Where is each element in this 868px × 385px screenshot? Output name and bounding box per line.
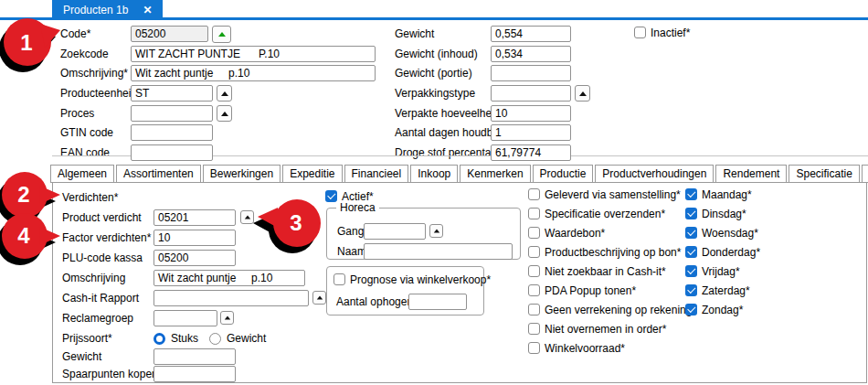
radio-gewicht[interactable] [209, 333, 221, 345]
option-label: PDA Popup tonen* [545, 284, 636, 297]
gewicht-label: Gewicht [395, 26, 434, 42]
code-lookup-button[interactable] [212, 26, 231, 43]
page-tab[interactable]: Financieel [344, 165, 409, 183]
gewicht-portie-field[interactable] [491, 65, 571, 81]
prijssoort-label: Prijssoort* [62, 330, 112, 347]
reclamegroep-field[interactable] [153, 310, 217, 326]
weekday-label: Vrijdag* [702, 265, 740, 278]
page-tab-label: Rendement [723, 167, 779, 180]
spaarpunten-field[interactable] [153, 366, 236, 382]
gewicht-field[interactable]: 0,554 [491, 26, 571, 42]
checkbox-unchecked-icon [528, 265, 540, 277]
weekday-checkbox[interactable]: Donderdag* [685, 246, 760, 258]
gang-lookup-button[interactable] [429, 224, 443, 238]
page-tab[interactable]: Rendement [715, 165, 787, 183]
option-label: Geen verrekening op rekening* [545, 304, 696, 316]
option-checkbox[interactable]: Waardebon* [528, 227, 696, 239]
gewicht-portie-label: Gewicht (portie) [395, 65, 472, 81]
prognose-checkbox[interactable]: Prognose via winkelverkoop* [333, 273, 491, 285]
product-verdicht-field[interactable]: 05201 [153, 209, 236, 226]
option-label: Niet overnemen in order* [545, 323, 666, 336]
reclamegroep-label: Reclamegroep [62, 310, 133, 326]
proces-field[interactable] [131, 105, 213, 122]
weekday-checkbox[interactable]: Vrijdag* [685, 265, 760, 277]
winkel-gewicht-label: Gewicht [62, 348, 101, 365]
reclamegroep-lookup-button[interactable] [220, 311, 234, 325]
option-checkbox[interactable]: Specificatie overzenden* [528, 208, 696, 219]
gang-field[interactable] [364, 223, 426, 240]
producteenheid-field[interactable]: ST [131, 85, 213, 102]
gtin-field[interactable] [131, 124, 213, 141]
weekday-checkbox[interactable]: Dinsdag* [685, 208, 760, 219]
ean-label: EAN code [60, 144, 110, 161]
page-tab[interactable]: Bewerkingen [203, 165, 281, 183]
page-tab-label: Algemeen [58, 167, 107, 180]
page-tab[interactable]: Algemeen [50, 165, 114, 183]
page-tab[interactable]: Assortimenten [116, 165, 201, 183]
checkbox-unchecked-icon [528, 323, 540, 335]
gtin-label: GTIN code [60, 124, 113, 141]
dagen-houdbaar-field[interactable]: 1 [491, 124, 571, 141]
aantal-ophogen-field[interactable] [408, 294, 467, 310]
page-tab[interactable]: Productverhoudingen [595, 165, 714, 183]
inactief-checkbox[interactable]: Inactief* [634, 27, 690, 38]
gang-label: Gang [337, 223, 364, 240]
weekday-label: Maandag* [702, 188, 752, 201]
page-tab[interactable]: Inkoop [410, 165, 458, 183]
producteenheid-lookup-button[interactable] [217, 85, 232, 102]
close-icon[interactable]: ✕ [143, 4, 152, 16]
option-checkbox[interactable]: Productbeschrijving op bon* [528, 246, 696, 258]
verpakkingstype-field[interactable] [491, 85, 571, 102]
page-tab[interactable]: Specificatie [789, 165, 859, 183]
product-verdicht-lookup-button[interactable] [240, 210, 254, 224]
verpakte-hoeveelheid-field[interactable]: 10 [491, 105, 571, 122]
radio-stuks[interactable] [153, 333, 165, 345]
up-triangle-icon [579, 91, 587, 96]
omschrijving-field[interactable]: Wit zacht puntje p.10 [131, 65, 376, 81]
winkel-gewicht-field[interactable] [153, 348, 236, 365]
droge-stof-field[interactable]: 61,79774 [491, 144, 571, 161]
option-label: Specificatie overzenden* [545, 208, 665, 220]
spaarpunten-label: Spaarpunten kopen [62, 366, 158, 382]
gewicht-inhoud-field[interactable]: 0,534 [491, 46, 571, 62]
cashit-rapport-field[interactable] [153, 290, 309, 306]
weekday-checkbox[interactable]: Zaterdag* [685, 284, 760, 296]
weekday-checkbox[interactable]: Zondag* [685, 304, 760, 315]
verpakkingstype-label: Verpakkingstype [395, 85, 475, 102]
page-tab[interactable]: Productie [533, 165, 594, 183]
cashit-rapport-lookup-button[interactable] [312, 291, 326, 305]
page-tab[interactable]: Verkoop [862, 165, 868, 183]
up-triangle-icon [218, 32, 226, 37]
naam-label: Naam [337, 243, 366, 260]
naam-field[interactable] [364, 243, 513, 260]
weekday-label: Zaterdag* [702, 284, 750, 297]
zoekcode-field[interactable]: WIT ZACHT PUNTJE P.10 [131, 46, 376, 62]
callout-4-number: 4 [17, 223, 30, 248]
page-tab[interactable]: Expeditie [282, 165, 342, 183]
weekday-checkbox[interactable]: Woensdag* [685, 227, 760, 239]
option-checkbox[interactable]: Geleverd via samenstelling* [528, 188, 696, 200]
code-label: Code* [60, 26, 90, 42]
option-checkbox[interactable]: Niet overnemen in order* [528, 323, 696, 335]
document-tab-producten-1b[interactable]: Producten 1b ✕ [52, 0, 163, 20]
droge-stof-label: Droge stof percentage [395, 144, 503, 161]
option-checkbox[interactable]: Niet zoekbaar in Cash-it* [528, 265, 696, 277]
weekday-checkbox[interactable]: Maandag* [685, 188, 760, 200]
factor-verdichten-field[interactable]: 10 [153, 230, 236, 246]
option-checkbox[interactable]: PDA Popup tonen* [528, 284, 696, 296]
aantal-ophogen-label: Aantal ophogen [336, 294, 413, 310]
page-tab-label: Expeditie [290, 167, 334, 180]
weekday-label: Dinsdag* [702, 208, 746, 220]
page-tab[interactable]: Kenmerken [460, 165, 530, 183]
horeca-legend: Horeca [336, 201, 379, 214]
code-field[interactable]: 05200 [131, 26, 208, 42]
option-checkbox[interactable]: Winkelvoorraad* [528, 342, 696, 354]
page-tab-label: Bewerkingen [210, 167, 273, 180]
verpakkingstype-lookup-button[interactable] [575, 85, 590, 102]
radio-gewicht-label: Gewicht [227, 332, 266, 345]
winkel-omschrijving-field[interactable]: Wit zacht puntje p.10 [153, 270, 305, 286]
option-checkbox[interactable]: Geen verrekening op rekening* [528, 304, 696, 315]
plu-code-field[interactable]: 05200 [153, 250, 236, 266]
proces-lookup-button[interactable] [217, 105, 232, 122]
ean-field[interactable] [131, 144, 213, 161]
